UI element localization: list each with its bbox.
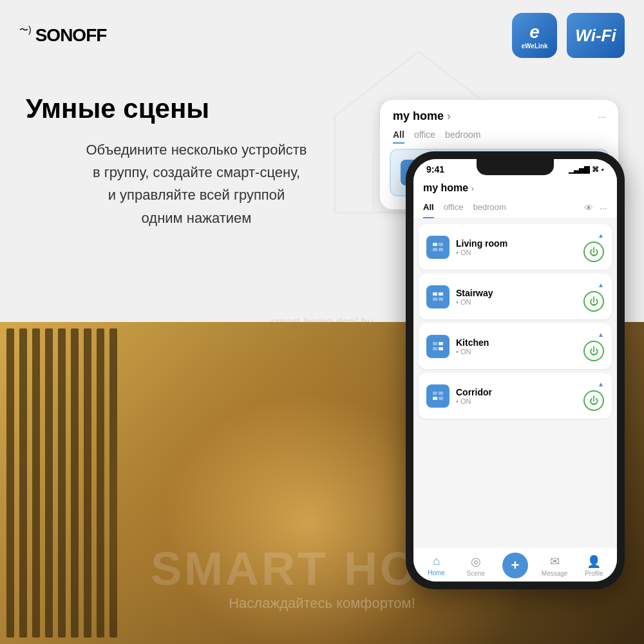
device-icon-corridor bbox=[426, 384, 450, 408]
svg-rect-21 bbox=[439, 397, 443, 400]
ewelink-label: eWeLink bbox=[522, 43, 548, 50]
more-icon[interactable]: ··· bbox=[600, 203, 607, 213]
card-home-title: my home › bbox=[393, 109, 451, 123]
ewelink-icon: e bbox=[529, 22, 540, 43]
watermark-tagline: Наслаждайтесь комфортом! bbox=[0, 595, 644, 612]
desc-line4: одним нажатием bbox=[142, 210, 252, 226]
svg-rect-9 bbox=[439, 248, 443, 251]
device-name-kitchen: Kitchen bbox=[456, 337, 489, 348]
device-info-stairway: Stairway ON bbox=[456, 288, 493, 306]
device-list: Living room ON ▲ ⏻ bbox=[413, 219, 617, 547]
phone-container: my home › ··· All office bedroom bbox=[399, 100, 631, 551]
app-header: my home › bbox=[413, 177, 617, 197]
card-behind-header: my home › ··· bbox=[390, 109, 609, 123]
device-icon-stairway bbox=[426, 285, 450, 308]
app-tab-bedroom[interactable]: bedroom bbox=[473, 197, 506, 218]
wifi-status-icon: ⌘ bbox=[592, 166, 599, 174]
device-card-corridor[interactable]: Corridor ON ▲ ⏻ bbox=[419, 373, 612, 419]
card-options-icon: ··· bbox=[598, 111, 605, 122]
profile-icon: 👤 bbox=[587, 554, 601, 569]
svg-rect-11 bbox=[439, 292, 443, 296]
device-card-kitchen[interactable]: Kitchen ON ▲ ⏻ bbox=[419, 323, 612, 369]
device-name-living-room: Living room bbox=[456, 238, 507, 249]
app-tab-icons: 👁 ··· bbox=[584, 203, 607, 213]
svg-rect-10 bbox=[433, 292, 437, 296]
wifi-signal-icon-3: ▲ bbox=[598, 331, 604, 338]
phone-status-icons: ▁▃▅▇ ⌘ ▪ bbox=[569, 166, 604, 174]
header: 〜) SONOFF e eWeLink Wi-Fi bbox=[19, 13, 625, 58]
nav-scene-label: Scene bbox=[467, 570, 485, 577]
phone-time: 9:41 bbox=[426, 164, 444, 175]
device-name-stairway: Stairway bbox=[456, 288, 493, 298]
power-btn-kitchen[interactable]: ⏻ bbox=[583, 341, 604, 361]
svg-rect-15 bbox=[439, 342, 443, 345]
power-btn-living-room[interactable]: ⏻ bbox=[583, 242, 604, 262]
svg-rect-6 bbox=[433, 243, 437, 246]
device-right-stairway: ▲ ⏻ bbox=[583, 281, 604, 312]
nav-message[interactable]: ✉ Message bbox=[538, 554, 571, 577]
device-icon-living-room bbox=[426, 236, 450, 259]
nav-profile[interactable]: 👤 Profile bbox=[578, 554, 610, 577]
device-info-living-room: Living room ON bbox=[456, 238, 507, 256]
device-card-living-room[interactable]: Living room ON ▲ ⏻ bbox=[419, 224, 612, 270]
desc-line1: Объедините несколько устройств bbox=[86, 142, 307, 158]
svg-rect-16 bbox=[433, 347, 437, 350]
phone-mockup: 9:41 ▁▃▅▇ ⌘ ▪ my home › All off bbox=[406, 151, 625, 589]
svg-rect-7 bbox=[439, 243, 443, 246]
card-tab-bedroom[interactable]: bedroom bbox=[445, 129, 480, 144]
app-tab-group: All office bedroom bbox=[423, 197, 506, 218]
svg-rect-18 bbox=[433, 392, 437, 395]
app-tab-office[interactable]: office bbox=[444, 197, 464, 218]
eye-icon[interactable]: 👁 bbox=[584, 203, 593, 213]
svg-rect-12 bbox=[433, 298, 437, 301]
power-btn-corridor[interactable]: ⏻ bbox=[583, 390, 604, 411]
domain-watermark: smart-home.deal.by bbox=[270, 316, 373, 329]
nav-home[interactable]: ⌂ Home bbox=[421, 554, 453, 576]
device-name-corridor: Corridor bbox=[456, 387, 492, 397]
nav-scene[interactable]: ◎ Scene bbox=[460, 554, 492, 577]
svg-rect-19 bbox=[439, 392, 443, 395]
ewelink-badge: e eWeLink bbox=[512, 13, 557, 58]
nav-home-label: Home bbox=[428, 569, 445, 576]
power-btn-stairway[interactable]: ⏻ bbox=[583, 291, 604, 312]
device-info-kitchen: Kitchen ON bbox=[456, 337, 489, 355]
device-right-kitchen: ▲ ⏻ bbox=[583, 331, 604, 361]
card-tabs: All office bedroom bbox=[390, 129, 609, 144]
svg-rect-13 bbox=[439, 298, 443, 301]
signal-icon: ▁▃▅▇ bbox=[569, 166, 589, 174]
card-tab-office[interactable]: office bbox=[414, 129, 435, 144]
device-info-corridor: Corridor ON bbox=[456, 387, 492, 405]
device-right-living-room: ▲ ⏻ bbox=[583, 232, 604, 262]
device-status-corridor: ON bbox=[456, 397, 492, 405]
message-icon: ✉ bbox=[550, 554, 560, 569]
svg-rect-17 bbox=[439, 347, 443, 350]
device-right-corridor: ▲ ⏻ bbox=[583, 381, 604, 411]
device-status-living-room: ON bbox=[456, 249, 507, 256]
phone-screen: 9:41 ▁▃▅▇ ⌘ ▪ my home › All off bbox=[413, 159, 617, 582]
wifi-signal-icon: ▲ bbox=[598, 232, 604, 239]
page-title: Умные сцены bbox=[26, 93, 209, 124]
home-icon: ⌂ bbox=[433, 554, 440, 568]
page-description: Объедините несколько устройств в группу,… bbox=[26, 138, 367, 229]
app-home-label: my home bbox=[423, 182, 468, 193]
nav-add[interactable]: + bbox=[499, 553, 531, 578]
desc-line2: в группу, создайте смарт-сцену, bbox=[93, 164, 300, 180]
phone-notch bbox=[477, 159, 554, 175]
sonoff-logo: 〜) SONOFF bbox=[19, 25, 106, 46]
nav-message-label: Message bbox=[542, 570, 568, 577]
card-tab-all[interactable]: All bbox=[393, 129, 404, 144]
device-icon-kitchen bbox=[426, 335, 450, 358]
device-card-left-stairway: Stairway ON bbox=[426, 285, 493, 308]
sonoff-wave-icon: 〜) bbox=[19, 24, 32, 36]
device-card-stairway[interactable]: Stairway ON ▲ ⏻ bbox=[419, 274, 612, 319]
nav-add-btn[interactable]: + bbox=[502, 553, 528, 578]
app-tab-all[interactable]: All bbox=[423, 197, 434, 218]
wifi-signal-icon-2: ▲ bbox=[598, 281, 604, 289]
header-logos: e eWeLink Wi-Fi bbox=[512, 13, 625, 58]
svg-rect-8 bbox=[433, 248, 437, 251]
svg-rect-14 bbox=[433, 342, 437, 345]
device-status-kitchen: ON bbox=[456, 348, 489, 355]
wifi-signal-icon-4: ▲ bbox=[598, 381, 604, 388]
brand-name: SONOFF bbox=[35, 25, 107, 46]
device-card-left-corridor: Corridor ON bbox=[426, 384, 492, 408]
